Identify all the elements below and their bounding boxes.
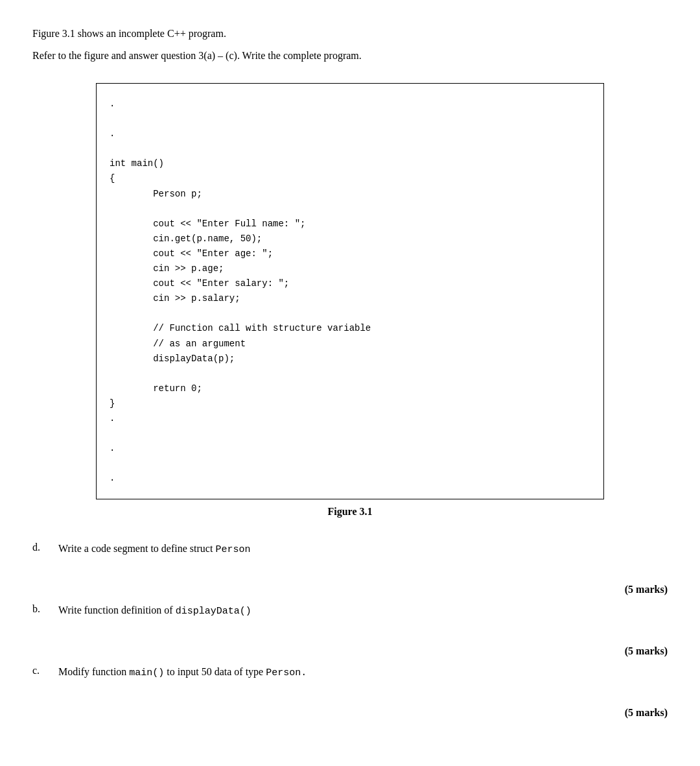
intro-line2: Refer to the figure and answer question … xyxy=(32,48,668,64)
question-c-inline-code: main() xyxy=(129,667,164,678)
question-c: c. Modify function main() to input 50 da… xyxy=(32,664,668,681)
question-c-inline-code2: Person. xyxy=(266,667,307,678)
question-b-letter: b. xyxy=(32,602,58,615)
question-b-marks-row: (5 marks) xyxy=(32,645,668,657)
code-content: . . int main() { Person p; cout << "Ente… xyxy=(110,97,584,486)
code-box: . . int main() { Person p; cout << "Ente… xyxy=(96,83,604,499)
question-b: b. Write function definition of displayD… xyxy=(32,602,668,619)
question-d-letter: d. xyxy=(32,540,58,553)
question-c-text-before: Modify function xyxy=(58,666,129,677)
figure-container: . . int main() { Person p; cout << "Ente… xyxy=(96,83,604,518)
question-c-wrapper: c. Modify function main() to input 50 da… xyxy=(32,664,668,719)
question-b-text-before: Write function definition of xyxy=(58,604,176,616)
question-b-wrapper: b. Write function definition of displayD… xyxy=(32,602,668,657)
question-d-wrapper: d. Write a code segment to define struct… xyxy=(32,540,668,595)
question-b-body: Write function definition of displayData… xyxy=(58,602,668,619)
question-c-marks-row: (5 marks) xyxy=(32,707,668,719)
question-d: d. Write a code segment to define struct… xyxy=(32,540,668,558)
question-d-marks: (5 marks) xyxy=(625,584,668,595)
question-c-body: Modify function main() to input 50 data … xyxy=(58,664,668,681)
figure-caption: Figure 3.1 xyxy=(327,506,372,518)
question-c-text-after: to input 50 data of type xyxy=(164,666,266,677)
question-d-marks-row: (5 marks) xyxy=(32,584,668,595)
intro-line1: Figure 3.1 shows an incomplete C++ progr… xyxy=(32,26,668,42)
question-b-inline-code: displayData() xyxy=(176,606,251,617)
questions-section: d. Write a code segment to define struct… xyxy=(32,540,668,719)
question-c-letter: c. xyxy=(32,664,58,676)
question-d-body: Write a code segment to define struct Pe… xyxy=(58,540,668,558)
question-d-inline-code: Person xyxy=(215,544,250,555)
question-d-text-before: Write a code segment to define struct xyxy=(58,543,215,554)
question-c-marks: (5 marks) xyxy=(625,707,668,719)
question-b-marks: (5 marks) xyxy=(625,645,668,657)
